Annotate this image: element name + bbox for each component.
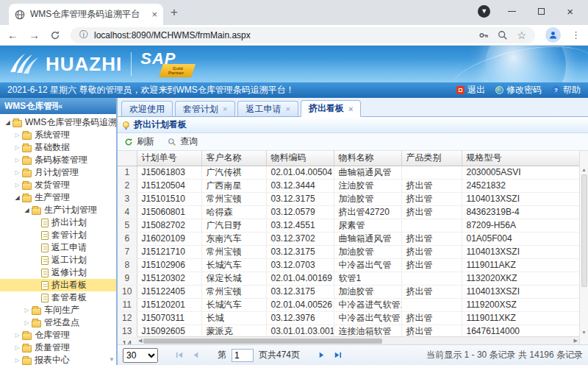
- first-page-button[interactable]: [174, 351, 185, 359]
- table-row[interactable]: 9J15120302保定长城02.01.04.00169软管11132020XK…: [118, 272, 579, 285]
- table-row[interactable]: 4J15060801哈得森03.12.0579挤出管42720挤出管843623…: [118, 205, 579, 219]
- scroll-left-icon[interactable]: ◀: [137, 338, 143, 344]
- sidebar-item-生产管理[interactable]: ◢生产管理: [0, 191, 116, 204]
- help-button[interactable]: ? 帮助: [552, 84, 581, 96]
- column-header-计划单号[interactable]: 计划单号: [137, 151, 201, 166]
- sidebar-item-基础数据[interactable]: ▷基础数据: [0, 141, 116, 154]
- expander-open-icon[interactable]: ◢: [3, 119, 12, 126]
- expander-closed-icon[interactable]: ▷: [12, 182, 22, 188]
- sidebar-item-挤出看板[interactable]: 挤出看板: [0, 279, 116, 291]
- sidebar-item-仓库管理[interactable]: ▷仓库管理: [0, 329, 116, 341]
- sidebar-item-月计划管理[interactable]: ▷月计划管理: [0, 166, 116, 179]
- table-row[interactable]: 11J15120201长城汽车02.01.04.00526中冷器进气软管1111…: [118, 298, 579, 311]
- table-row[interactable]: 3J15101510常州宝顿03.12.3175加油胶管挤出管1104013XS…: [118, 192, 579, 205]
- table-row[interactable]: 7J15121710常州宝顿03.12.3175加油胶管挤出管1104013XS…: [118, 245, 579, 258]
- sidebar-item-套管看板[interactable]: 套管看板: [0, 291, 116, 304]
- expander-open-icon[interactable]: ◢: [12, 194, 22, 201]
- expander-closed-icon[interactable]: ▷: [12, 344, 22, 351]
- sidebar-item-返工计划[interactable]: 返工计划: [0, 254, 116, 266]
- table-row[interactable]: 2J15120504广西南星03.12.3444注油胶管挤出管24521832: [118, 179, 579, 192]
- browser-menu-icon[interactable]: ⋮: [571, 29, 581, 40]
- tab-close-icon[interactable]: ×: [223, 104, 227, 113]
- last-page-button[interactable]: [332, 351, 343, 359]
- expander-closed-icon[interactable]: ▷: [22, 319, 32, 326]
- sidebar-item-报表中心[interactable]: ▷报表中心: [0, 354, 116, 365]
- tab-挤出看板[interactable]: 挤出看板×: [301, 100, 361, 117]
- tab-套管计划[interactable]: 套管计划×: [175, 101, 235, 116]
- expander-closed-icon[interactable]: ▷: [12, 157, 22, 163]
- change-password-button[interactable]: 修改密码: [495, 84, 542, 96]
- back-button[interactable]: ←: [7, 29, 18, 40]
- column-header-客户名称[interactable]: 客户名称: [201, 151, 266, 166]
- tab-欢迎使用[interactable]: 欢迎使用: [121, 101, 173, 116]
- address-bar[interactable]: ⓘ localhost:8090/MCHWMS/frmMain.aspx ☆: [71, 27, 535, 43]
- password-key-icon[interactable]: [478, 30, 489, 40]
- refresh-button[interactable]: 刷新: [124, 135, 154, 148]
- forward-button[interactable]: →: [29, 29, 40, 40]
- browser-tab[interactable]: WMS仓库管理条码追溯平台 ×: [9, 4, 163, 25]
- expander-closed-icon[interactable]: ▷: [12, 132, 22, 138]
- horizontal-scrollbar[interactable]: ◀ ▶: [137, 336, 579, 344]
- reload-button[interactable]: [50, 30, 60, 40]
- close-window-button[interactable]: ×: [567, 6, 573, 17]
- tab-close-icon[interactable]: ×: [285, 104, 290, 113]
- sidebar-item-发货管理[interactable]: ▷发货管理: [0, 179, 116, 191]
- sidebar-item-车间生产[interactable]: ▷车间生产: [0, 304, 116, 316]
- expander-closed-icon[interactable]: ▷: [12, 332, 22, 339]
- sidebar-item-系统管理[interactable]: ▷系统管理: [0, 129, 116, 141]
- table-row[interactable]: 12J15070311长城03.12.3976中冷器出气软管挤出管1119011…: [118, 311, 579, 325]
- hscroll-thumb[interactable]: [143, 339, 382, 344]
- sidebar-item-挤出计划[interactable]: 挤出计划: [0, 216, 116, 229]
- sidebar-collapse-icon[interactable]: «: [58, 102, 112, 110]
- vscroll-thumb[interactable]: [581, 174, 587, 287]
- query-button[interactable]: 查询: [168, 135, 198, 148]
- tree-scroll-down-icon[interactable]: ▼: [109, 356, 115, 363]
- sidebar-item-WMS仓库管理条码追溯系统[interactable]: ◢WMS仓库管理条码追溯系统: [0, 116, 116, 129]
- column-header-规格型号[interactable]: 规格型号: [462, 151, 579, 166]
- table-row[interactable]: 6J16020109东南汽车03.12.3702曲轴箱通风管挤出管01A05F0…: [118, 232, 579, 245]
- column-header-物料名称[interactable]: 物料名称: [334, 151, 401, 166]
- table-cell: 03.12.3444: [266, 179, 334, 192]
- prev-page-button[interactable]: [190, 351, 201, 359]
- table-row[interactable]: 10J15122405常州宝顿03.12.3175加油胶管挤出管1104013X…: [118, 285, 579, 298]
- table-cell: J15070311: [137, 311, 201, 325]
- tree-scroll-up-icon[interactable]: ▲: [109, 117, 115, 124]
- expander-closed-icon[interactable]: ▷: [12, 144, 22, 151]
- expander-closed-icon[interactable]: ▷: [12, 169, 22, 176]
- sidebar-item-管坯盘点[interactable]: ▷管坯盘点: [0, 316, 116, 329]
- vertical-scrollbar[interactable]: ▲ ▼: [579, 151, 588, 344]
- site-info-icon[interactable]: ⓘ: [79, 29, 88, 41]
- table-row[interactable]: 8J15102906长城汽车03.12.0703中冷器出气管挤出管1119011…: [118, 258, 579, 272]
- sidebar-item-返工申请[interactable]: 返工申请: [0, 241, 116, 254]
- sidebar-item-质量管理[interactable]: ▷质量管理: [0, 341, 116, 354]
- logout-button[interactable]: 退出: [456, 84, 485, 96]
- table-cell: J15120504: [137, 179, 201, 192]
- sidebar-item-返修计划[interactable]: 返修计划: [0, 266, 116, 279]
- column-header-物料编码[interactable]: 物料编码: [266, 151, 334, 166]
- sidebar-item-套管计划[interactable]: 套管计划: [0, 229, 116, 241]
- maximize-button[interactable]: [538, 8, 545, 15]
- profile-avatar[interactable]: [545, 27, 561, 43]
- expander-open-icon[interactable]: ◢: [22, 207, 32, 213]
- column-header-产品类别[interactable]: 产品类别: [401, 151, 462, 166]
- expander-closed-icon[interactable]: ▷: [12, 357, 22, 364]
- page-size-select[interactable]: 30: [123, 348, 158, 363]
- next-page-button[interactable]: [316, 351, 327, 359]
- scroll-up-icon[interactable]: ▲: [581, 167, 587, 172]
- sidebar-item-条码标签管理[interactable]: ▷条码标签管理: [0, 154, 116, 166]
- profile-toggle-icon[interactable]: ▼: [478, 5, 490, 18]
- expander-closed-icon[interactable]: ▷: [22, 307, 32, 313]
- sidebar-item-生产计划管理[interactable]: ◢生产计划管理: [0, 204, 116, 216]
- new-tab-button[interactable]: +: [171, 5, 178, 20]
- tab-close-icon[interactable]: ×: [348, 104, 353, 113]
- tab-返工申请[interactable]: 返工申请×: [237, 101, 298, 116]
- table-row[interactable]: 5J15082702广汽日野03.12.4551尿素管87209-H56A: [118, 219, 579, 232]
- bookmark-star-icon[interactable]: ☆: [517, 29, 526, 41]
- page-number-input[interactable]: [232, 349, 254, 362]
- tab-close-icon[interactable]: ×: [151, 9, 157, 20]
- scroll-down-icon[interactable]: ▼: [581, 330, 587, 335]
- minimize-button[interactable]: [508, 11, 516, 12]
- table-row[interactable]: 1J15061803广汽传祺02.01.04.00504曲轴箱通风管203000…: [118, 166, 579, 179]
- zoom-icon[interactable]: [498, 30, 508, 40]
- scroll-right-icon[interactable]: ▶: [573, 338, 579, 344]
